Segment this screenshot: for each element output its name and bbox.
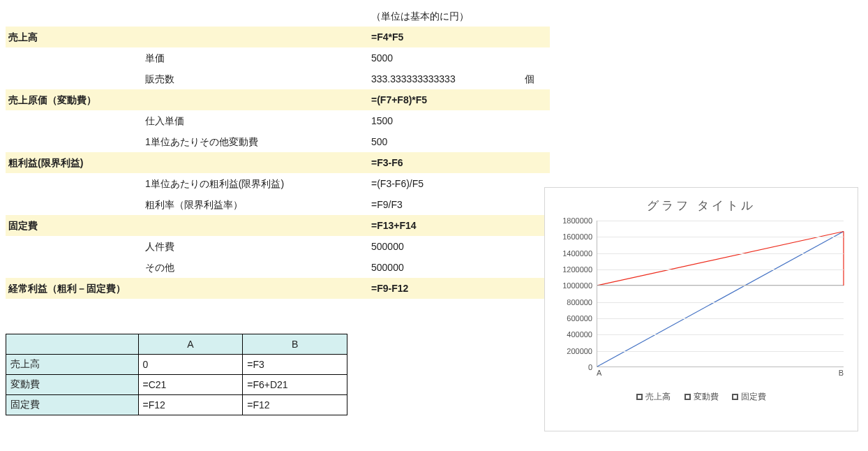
row-unit [522, 47, 550, 68]
mini-cell: =F6+D21 [243, 375, 347, 395]
chart-legend: 売上高 変動費 固定費 [555, 391, 848, 403]
row-value: 500000 [368, 236, 522, 257]
spacer [6, 6, 368, 27]
y-tick: 1800000 [562, 216, 592, 225]
chart-line-変動費 [597, 231, 844, 285]
legend-item-variable: 変動費 [684, 391, 719, 403]
row-unit [522, 110, 550, 131]
row-value: =F3-F6 [368, 152, 522, 173]
legend-item-fixed: 固定費 [732, 391, 766, 403]
row-label: 粗利益(限界利益) [6, 152, 368, 173]
mini-cell: =F3 [243, 355, 347, 375]
grid-line [597, 318, 844, 319]
grid-line [597, 351, 844, 352]
row-value: =F13+F14 [368, 215, 522, 236]
row-label: 売上原価（変動費） [6, 89, 368, 110]
row-value: =(F7+F8)*F5 [368, 89, 522, 110]
grid-line [597, 237, 844, 237]
row-unit [522, 152, 550, 173]
y-tick: 1200000 [562, 265, 592, 274]
y-tick: 200000 [567, 347, 592, 355]
row-label: 人件費 [6, 236, 368, 257]
chart-y-ticks: 0200000400000600000800000100000012000001… [555, 221, 595, 367]
mini-table: A B 売上高 0 =F3 変動費 =C21 =F6+D21 固定費 =F12 … [6, 334, 347, 415]
chart-lines [597, 221, 844, 367]
row-value: =F9-F12 [368, 278, 522, 299]
y-tick: 1400000 [562, 249, 592, 258]
y-tick: 0 [588, 363, 592, 371]
row-label: 1単位あたりその他変動費 [6, 131, 368, 152]
grid-line [597, 334, 844, 335]
mini-cell: 0 [138, 355, 243, 375]
row-value: =F9/F3 [368, 194, 522, 215]
chart-plot: 0200000400000600000800000100000012000001… [555, 221, 848, 381]
y-tick: 1600000 [562, 232, 592, 241]
y-tick: 800000 [567, 298, 592, 306]
row-unit [522, 89, 550, 110]
grid-line [597, 253, 844, 254]
x-tick-a: A [597, 369, 601, 377]
mini-rowlabel: 変動費 [6, 375, 139, 395]
row-label: 粗利率（限界利益率） [6, 194, 368, 215]
row-label: 経常利益（粗利－固定費） [6, 278, 368, 299]
mini-cell: =F12 [243, 395, 347, 415]
row-value: 1500 [368, 110, 522, 131]
square-icon [636, 394, 643, 400]
row-value: =F4*F5 [368, 27, 522, 47]
mini-header-a: A [138, 334, 243, 355]
grid-line [597, 302, 844, 303]
square-icon [732, 394, 738, 400]
row-value: 500000 [368, 257, 522, 278]
legend-item-sales: 売上高 [636, 391, 671, 403]
row-value: 500 [368, 131, 522, 152]
row-unit [522, 27, 550, 47]
mini-header-b: B [243, 334, 347, 355]
y-tick: 600000 [567, 314, 592, 323]
row-label: その他 [6, 257, 368, 278]
unit-note: （単位は基本的に円） [368, 6, 522, 27]
row-label: 1単位あたりの粗利益(限界利益) [6, 173, 368, 194]
x-tick-b: B [839, 369, 844, 377]
chart: グラフ タイトル 0200000400000600000800000100000… [544, 187, 858, 421]
mini-cell: =F12 [138, 395, 243, 415]
chart-line-売上高 [597, 231, 844, 367]
mini-rowlabel: 売上高 [6, 355, 139, 375]
row-label: 単価 [6, 47, 368, 68]
mini-cell: =C21 [138, 375, 243, 395]
row-label: 仕入単価 [6, 110, 368, 131]
row-label: 売上高 [6, 27, 368, 47]
chart-title: グラフ タイトル [555, 198, 848, 214]
spacer [522, 6, 550, 27]
mini-header-blank [6, 334, 139, 355]
row-unit [522, 131, 550, 152]
chart-plot-area [597, 221, 844, 367]
row-label: 販売数 [6, 68, 368, 89]
y-tick: 400000 [567, 330, 592, 339]
row-value: 333.333333333333 [368, 68, 522, 89]
row-value: 5000 [368, 47, 522, 68]
row-unit: 個 [522, 68, 550, 89]
grid-line [597, 286, 844, 286]
grid-line [597, 269, 844, 270]
row-value: =(F3-F6)/F5 [368, 173, 522, 194]
y-tick: 1000000 [562, 281, 592, 290]
square-icon [684, 394, 691, 400]
row-label: 固定費 [6, 215, 368, 236]
mini-rowlabel: 固定費 [6, 395, 139, 415]
grid-line [597, 221, 844, 221]
chart-x-ticks: A B [597, 369, 844, 381]
